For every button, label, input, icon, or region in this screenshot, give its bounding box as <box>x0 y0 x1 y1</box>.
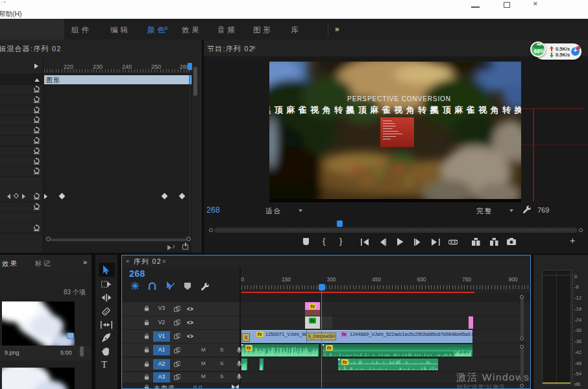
svg-text:黑顶麻雀视角转换: 黑顶麻雀视角转换 <box>430 105 521 115</box>
svg-text:黑顶麻雀视角转换: 黑顶麻雀视角转换 <box>269 105 358 115</box>
svg-text:PERSPECTIVE CONVERSION: PERSPECTIVE CONVERSION <box>347 95 451 102</box>
svg-text:黑顶麻雀视角转换: 黑顶麻雀视角转换 <box>346 105 442 115</box>
